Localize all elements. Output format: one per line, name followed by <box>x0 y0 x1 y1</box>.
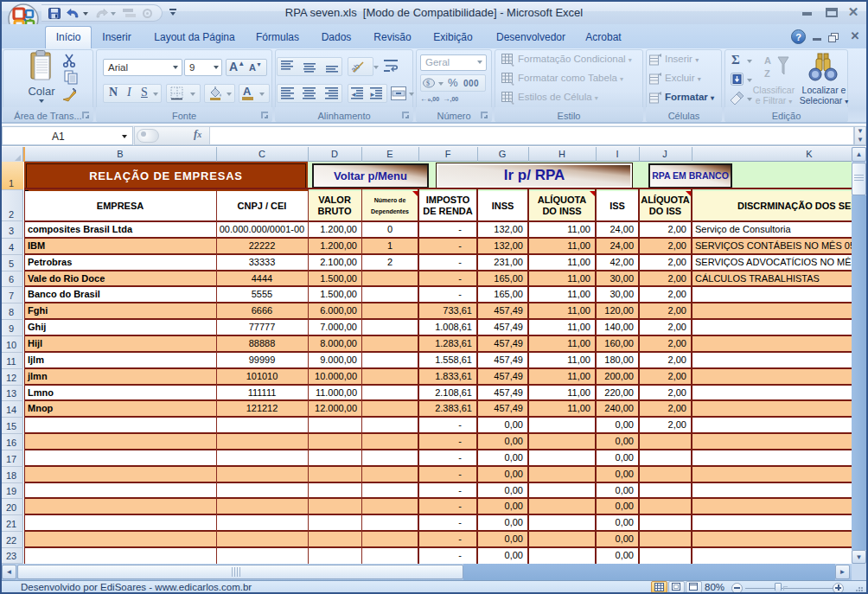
svg-text:$: $ <box>426 80 430 87</box>
svg-text:ab: ab <box>350 62 361 74</box>
svg-text:A: A <box>764 55 771 66</box>
svg-text:?: ? <box>795 32 801 42</box>
svg-text:Z: Z <box>764 68 770 79</box>
